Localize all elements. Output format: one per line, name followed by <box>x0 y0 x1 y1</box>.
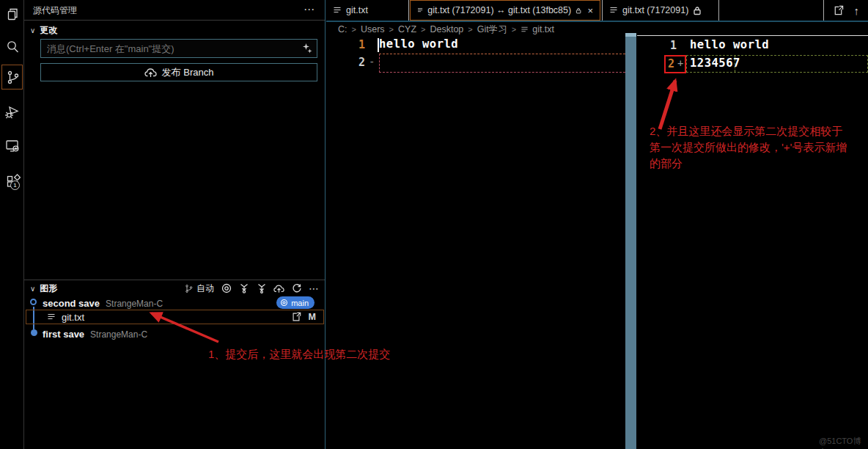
changed-file-row[interactable]: git.txt M <box>26 310 324 324</box>
search-icon[interactable] <box>4 38 21 56</box>
tab-diff-git-txt[interactable]: git.txt (7172091) ↔ git.txt (13fbc85) × <box>410 0 600 21</box>
branch-badge-label: main <box>291 299 309 307</box>
breadcrumb-item[interactable]: Users <box>361 24 385 34</box>
annotation-line: 的部分 <box>650 156 868 172</box>
annotation-note-2: 2、并且这里还会显示第二次提交相较于 第一次提交所做出的修改，'+'号表示新增 … <box>650 123 868 172</box>
code-line: 1234567 <box>690 56 740 70</box>
breadcrumb-item[interactable]: Desktop <box>430 24 463 34</box>
commit-author: StrangeMan-C <box>90 329 147 340</box>
file-icon <box>417 6 423 15</box>
file-icon <box>609 6 618 15</box>
branch-badge[interactable]: main <box>276 296 315 309</box>
annotation-highlight-box <box>664 55 686 73</box>
breadcrumb-item[interactable]: C: <box>338 24 347 34</box>
sidebar-title: 源代码管理 <box>24 0 325 21</box>
chevron-right-icon: > <box>468 25 472 34</box>
close-icon[interactable]: × <box>587 5 593 16</box>
chevron-right-icon: > <box>389 25 394 34</box>
explorer-icon[interactable] <box>4 6 21 23</box>
open-changes-icon[interactable] <box>833 5 844 16</box>
diff-original-pane[interactable]: 1 hello world 2 - <box>326 37 625 88</box>
file-icon <box>333 6 342 15</box>
target-icon <box>280 299 288 307</box>
cloud-push-icon[interactable] <box>273 283 284 294</box>
target-icon[interactable] <box>221 283 232 294</box>
editor-area: git.txt git.txt (7172091) ↔ git.txt (13f… <box>326 0 868 449</box>
run-debug-icon[interactable] <box>4 103 21 121</box>
scm-sidebar: 源代码管理 ⋯ ∨ 更改 发布 Branch ∨ 图形 自动 <box>24 0 326 449</box>
source-control-icon[interactable] <box>4 68 21 86</box>
scrollbar[interactable] <box>625 33 636 449</box>
commit-row-first-save[interactable]: first save StrangeMan-C <box>24 327 325 341</box>
git-pull-icon[interactable] <box>256 283 267 294</box>
code-line: hello world <box>379 37 458 51</box>
annotation-line: 第一次提交所做出的修改，'+'号表示新增 <box>650 139 868 156</box>
tab-git-txt[interactable]: git.txt <box>326 0 409 21</box>
vscode-window: 1 源代码管理 ⋯ ∨ 更改 发布 Branch ∨ 图形 自动 <box>0 0 868 449</box>
file-icon <box>521 26 529 34</box>
sparkle-icon[interactable] <box>301 43 313 54</box>
annotation-note-1: 1、提交后，这里就会出现第二次提交 <box>208 346 390 362</box>
tab-label: git.txt (7172091) <box>622 5 688 15</box>
scrollbar-shadow <box>625 33 636 37</box>
publish-branch-button[interactable]: 发布 Branch <box>40 63 317 81</box>
commit-message: first save <box>43 329 84 340</box>
line-number: 1 <box>670 39 677 52</box>
auto-repo-picker[interactable]: 自动 <box>184 282 214 295</box>
line-number: 2 <box>358 56 366 69</box>
breadcrumb-item[interactable]: Git学习 <box>477 23 507 36</box>
commit-message-input[interactable] <box>40 39 317 58</box>
file-icon <box>47 313 56 321</box>
tabbar-border <box>326 21 868 22</box>
file-name: git.txt <box>62 312 84 323</box>
breadcrumb-file[interactable]: git.txt <box>521 24 554 34</box>
chevron-right-icon: > <box>421 25 425 34</box>
cloud-upload-icon <box>144 67 157 78</box>
annotation-line: 2、并且这里还会显示第二次提交相较于 <box>650 123 868 139</box>
file-status-modified: M <box>309 312 316 322</box>
graph-label: 图形 <box>40 282 57 295</box>
activity-bar: 1 <box>0 0 24 449</box>
chevron-down-icon: ∨ <box>30 285 35 293</box>
graph-toolbar: 自动 ⋯ <box>184 281 319 296</box>
line-number: 1 <box>358 38 366 51</box>
arrow-up-icon[interactable]: ↑ <box>854 4 860 17</box>
editor-actions: ↑ <box>823 0 868 21</box>
open-file-icon[interactable] <box>291 312 301 322</box>
graph-section-header[interactable]: ∨ 图形 <box>24 282 57 295</box>
tab-label: git.txt (7172091) ↔ git.txt (13fbc85) <box>427 5 571 15</box>
lock-icon <box>693 6 702 15</box>
watermark: @51CTO博客 <box>819 436 868 449</box>
publish-branch-label: 发布 Branch <box>162 66 214 79</box>
tab-git-txt-7172091[interactable]: git.txt (7172091) <box>602 0 719 21</box>
diff-removed-region <box>379 54 625 73</box>
git-branch-icon <box>184 284 194 293</box>
commit-author: StrangeMan-C <box>106 299 163 309</box>
commit-message: second save <box>43 298 100 309</box>
section-divider <box>24 280 325 280</box>
commit-message-wrap <box>40 39 317 58</box>
refresh-icon[interactable] <box>291 283 302 294</box>
changes-section-header[interactable]: ∨ 更改 <box>24 23 57 37</box>
extensions-badge: 1 <box>10 180 20 190</box>
tab-label: git.txt <box>346 5 368 15</box>
text-cursor <box>378 38 379 52</box>
remote-explorer-icon[interactable] <box>4 137 21 155</box>
lock-icon <box>575 6 581 15</box>
changes-label: 更改 <box>40 24 57 37</box>
graph-more-icon[interactable]: ⋯ <box>309 282 319 294</box>
sidebar-more-icon[interactable]: ⋯ <box>304 0 315 21</box>
chevron-right-icon: > <box>352 25 356 34</box>
code-line: hello world <box>690 38 769 51</box>
chevron-right-icon: > <box>512 25 516 34</box>
git-fetch-icon[interactable] <box>238 283 249 294</box>
auto-label: 自动 <box>196 282 214 295</box>
diff-removed-sign: - <box>369 56 375 67</box>
chevron-down-icon: ∨ <box>30 26 35 34</box>
breadcrumb[interactable]: C: > Users > CYZ > Desktop > Git学习 > git… <box>338 23 554 35</box>
breadcrumb-item[interactable]: CYZ <box>398 24 416 34</box>
